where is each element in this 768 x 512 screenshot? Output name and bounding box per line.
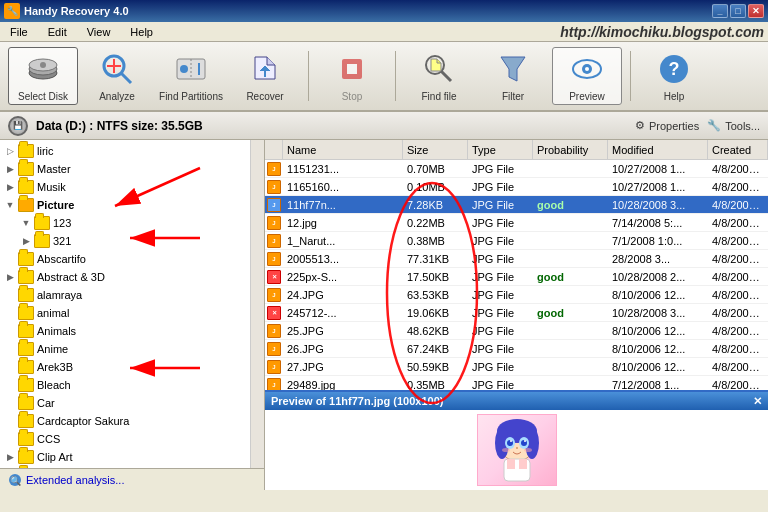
expand-animal[interactable] — [2, 305, 18, 321]
tree-item-ccs[interactable]: CCS — [0, 430, 250, 448]
stop-button[interactable]: Stop — [317, 47, 387, 105]
table-row[interactable]: J 1151231... 0.70MB JPG File 10/27/2008 … — [265, 160, 768, 178]
expand-bleach[interactable] — [2, 377, 18, 393]
tree-item-picture[interactable]: ▼ Picture — [0, 196, 250, 214]
tree-item-anime[interactable]: Anime — [0, 340, 250, 358]
expand-cardcaptor[interactable] — [2, 413, 18, 429]
table-row[interactable]: J 27.JPG 50.59KB JPG File 8/10/2006 12..… — [265, 358, 768, 376]
col-header-prob[interactable]: Probability — [533, 140, 608, 159]
expand-123[interactable]: ▼ — [18, 215, 34, 231]
col-header-name[interactable]: Name — [283, 140, 403, 159]
file-size-2: 7.28KB — [403, 199, 468, 211]
table-row[interactable]: J 2005513... 77.31KB JPG File 28/2008 3.… — [265, 250, 768, 268]
preview-close-button[interactable]: ✕ — [753, 395, 762, 408]
close-button[interactable]: ✕ — [748, 4, 764, 18]
tree-label-cardcaptor: Cardcaptor Sakura — [37, 415, 129, 427]
table-row[interactable]: ✕ 245712-... 19.06KB JPG File good 10/28… — [265, 304, 768, 322]
table-row[interactable]: J 1_Narut... 0.38MB JPG File 7/1/2008 1:… — [265, 232, 768, 250]
table-row[interactable]: J 24.JPG 63.53KB JPG File 8/10/2006 12..… — [265, 286, 768, 304]
menu-file[interactable]: File — [4, 24, 34, 40]
preview-button[interactable]: Preview — [552, 47, 622, 105]
maximize-button[interactable]: □ — [730, 4, 746, 18]
file-type-12: JPG File — [468, 379, 533, 391]
tree-label-abscartifo: Abscartifo — [37, 253, 86, 265]
properties-label: Properties — [649, 120, 699, 132]
tree-item-animals[interactable]: Animals — [0, 322, 250, 340]
table-row[interactable]: J 29489.jpg 0.35MB JPG File 7/12/2008 1.… — [265, 376, 768, 390]
help-button[interactable]: ? Help — [639, 47, 709, 105]
expand-abscartifo[interactable] — [2, 251, 18, 267]
table-row[interactable]: J 1165160... 0.10MB JPG File 10/27/2008 … — [265, 178, 768, 196]
folder-icon-cardcaptor — [18, 414, 34, 428]
tree-scrollbar[interactable] — [250, 140, 264, 468]
expand-ccs[interactable] — [2, 431, 18, 447]
col-header-size[interactable]: Size — [403, 140, 468, 159]
tree-item-bleach[interactable]: Bleach — [0, 376, 250, 394]
file-created-7: 4/8/2009 6:03:28 AM — [708, 289, 768, 301]
expand-321[interactable]: ▶ — [18, 233, 34, 249]
svg-point-35 — [516, 447, 518, 449]
recover-button[interactable]: Recover — [230, 47, 300, 105]
expand-car[interactable] — [2, 395, 18, 411]
menu-edit[interactable]: Edit — [42, 24, 73, 40]
col-header-created[interactable]: Created — [708, 140, 768, 159]
tree-label-321: 321 — [53, 235, 71, 247]
tree-item-alamraya[interactable]: alamraya — [0, 286, 250, 304]
table-row[interactable]: J 12.jpg 0.22MB JPG File 7/14/2008 5:...… — [265, 214, 768, 232]
col-header-modified[interactable]: Modified — [608, 140, 708, 159]
tree-item-animal[interactable]: animal — [0, 304, 250, 322]
properties-button[interactable]: ⚙ Properties — [635, 119, 699, 132]
tools-button[interactable]: 🔧 Tools... — [707, 119, 760, 132]
expand-alamraya[interactable] — [2, 287, 18, 303]
file-created-0: 4/8/2009 6:03:28 AM — [708, 163, 768, 175]
tree-item-master[interactable]: ▶ Master — [0, 160, 250, 178]
expand-animals[interactable] — [2, 323, 18, 339]
expand-clipart[interactable]: ▶ — [2, 449, 18, 465]
tree-label-123: 123 — [53, 217, 71, 229]
tree-item-cardcaptor[interactable]: Cardcaptor Sakura — [0, 412, 250, 430]
tree-items: ▷ liric ▶ Master ▶ Musik ▼ Pictu — [0, 140, 250, 468]
filter-button[interactable]: Filter — [478, 47, 548, 105]
select-disk-button[interactable]: Select Disk — [8, 47, 78, 105]
menu-view[interactable]: View — [81, 24, 117, 40]
table-row[interactable]: J 26.JPG 67.24KB JPG File 8/10/2006 12..… — [265, 340, 768, 358]
help-label: Help — [664, 91, 685, 102]
expand-abstract[interactable]: ▶ — [2, 269, 18, 285]
tree-item-liric[interactable]: ▷ liric — [0, 142, 250, 160]
col-header-icon[interactable] — [265, 140, 283, 159]
file-modified-0: 10/27/2008 1... — [608, 163, 708, 175]
minimize-button[interactable]: _ — [712, 4, 728, 18]
expand-arek3b[interactable] — [2, 359, 18, 375]
table-row[interactable]: J 11hf77n... 7.28KB JPG File good 10/28/… — [265, 196, 768, 214]
table-row[interactable]: J 25.JPG 48.62KB JPG File 8/10/2006 12..… — [265, 322, 768, 340]
find-partitions-button[interactable]: Find Partitions — [156, 47, 226, 105]
tree-item-123[interactable]: ▼ 123 — [0, 214, 250, 232]
select-disk-label: Select Disk — [18, 91, 68, 102]
expand-anime[interactable] — [2, 341, 18, 357]
tree-item-abstract[interactable]: ▶ Abstract & 3D — [0, 268, 250, 286]
tree-item-musik[interactable]: ▶ Musik — [0, 178, 250, 196]
tree-item-car[interactable]: Car — [0, 394, 250, 412]
tree-item-clipart[interactable]: ▶ Clip Art — [0, 448, 250, 466]
tree-item-abscartifo[interactable]: Abscartifo — [0, 250, 250, 268]
analyze-label: Analyze — [99, 91, 135, 102]
file-panel: Name Size Type Probability Modified Crea… — [265, 140, 768, 490]
table-row[interactable]: ✕ 225px-S... 17.50KB JPG File good 10/28… — [265, 268, 768, 286]
find-file-button[interactable]: Find file — [404, 47, 474, 105]
menu-help[interactable]: Help — [124, 24, 159, 40]
expand-musik[interactable]: ▶ — [2, 179, 18, 195]
tree-item-arek3b[interactable]: Arek3B — [0, 358, 250, 376]
extended-analysis-button[interactable]: 🔍 Extended analysis... — [8, 473, 124, 487]
recover-label: Recover — [246, 91, 283, 102]
file-name-10: 26.JPG — [283, 343, 403, 355]
expand-picture[interactable]: ▼ — [2, 197, 18, 213]
col-header-type[interactable]: Type — [468, 140, 533, 159]
expand-liric[interactable]: ▷ — [2, 143, 18, 159]
file-type-9: JPG File — [468, 325, 533, 337]
expand-master[interactable]: ▶ — [2, 161, 18, 177]
file-size-1: 0.10MB — [403, 181, 468, 193]
analyze-button[interactable]: Analyze — [82, 47, 152, 105]
title-controls[interactable]: _ □ ✕ — [712, 4, 764, 18]
tools-icon: 🔧 — [707, 119, 721, 132]
tree-item-321[interactable]: ▶ 321 — [0, 232, 250, 250]
